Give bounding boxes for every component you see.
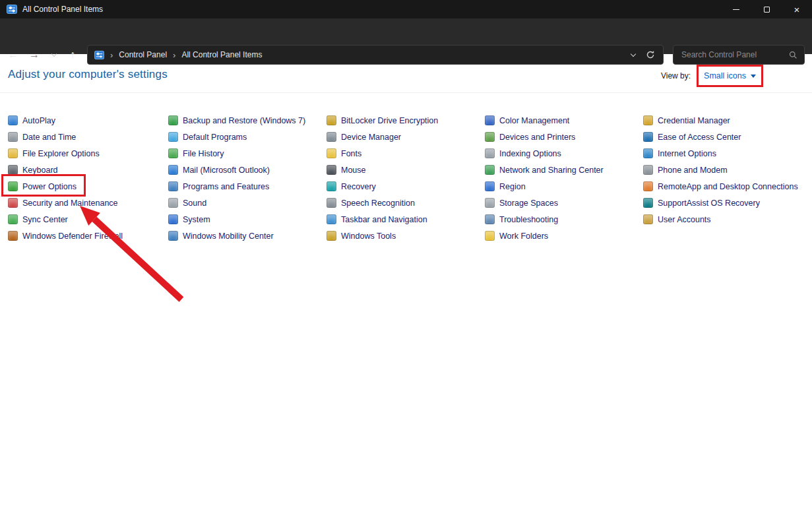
item-remoteapp-and-desktop-connections[interactable]: RemoteApp and Desktop Connections xyxy=(643,181,804,191)
item-mouse[interactable]: Mouse xyxy=(327,165,485,175)
up-icon: ↑ xyxy=(70,49,75,61)
item-storage-spaces[interactable]: Storage Spaces xyxy=(485,198,643,208)
item-fonts[interactable]: Fonts xyxy=(327,148,485,158)
supportassist-icon xyxy=(643,198,653,208)
item-date-and-time[interactable]: Date and Time xyxy=(8,132,168,142)
item-system[interactable]: System xyxy=(168,214,327,224)
minimize-button[interactable] xyxy=(721,0,751,18)
item-mail-microsoft-outlook[interactable]: Mail (Microsoft Outlook) xyxy=(168,165,327,175)
item-programs-and-features[interactable]: Programs and Features xyxy=(168,181,327,191)
internet-options-icon xyxy=(643,148,653,158)
item-label: Devices and Printers xyxy=(499,133,575,142)
region-icon xyxy=(485,181,495,191)
item-autoplay[interactable]: AutoPlay xyxy=(8,115,168,125)
default-programs-icon xyxy=(168,132,178,142)
item-speech-recognition[interactable]: Speech Recognition xyxy=(327,198,485,208)
item-label: Ease of Access Center xyxy=(658,133,741,142)
windows-tools-icon xyxy=(327,231,336,241)
item-keyboard[interactable]: Keyboard xyxy=(8,165,168,175)
date-time-icon xyxy=(8,132,18,142)
firewall-icon xyxy=(8,231,18,241)
page-title: Adjust your computer's settings xyxy=(8,68,168,81)
item-backup-and-restore-windows-7[interactable]: Backup and Restore (Windows 7) xyxy=(168,115,327,125)
item-troubleshooting[interactable]: Troubleshooting xyxy=(485,214,643,224)
item-security-and-maintenance[interactable]: Security and Maintenance xyxy=(8,198,168,208)
item-label: Sound xyxy=(183,199,206,208)
mouse-icon xyxy=(327,165,336,175)
breadcrumb-control-panel[interactable]: Control Panel xyxy=(119,50,167,59)
item-label: Backup and Restore (Windows 7) xyxy=(183,116,305,125)
work-folders-icon xyxy=(485,231,495,241)
forward-icon: → xyxy=(29,49,40,61)
view-by-control: View by: Small icons xyxy=(661,63,763,88)
item-sync-center[interactable]: Sync Center xyxy=(8,214,168,224)
refresh-button[interactable] xyxy=(646,50,655,59)
item-user-accounts[interactable]: User Accounts xyxy=(643,214,804,224)
address-dropdown-icon[interactable] xyxy=(631,51,636,56)
back-button[interactable]: ← xyxy=(4,46,22,64)
item-region[interactable]: Region xyxy=(485,181,643,191)
item-sound[interactable]: Sound xyxy=(168,198,327,208)
maximize-button[interactable] xyxy=(751,0,782,18)
item-windows-tools[interactable]: Windows Tools xyxy=(327,231,485,241)
item-work-folders[interactable]: Work Folders xyxy=(485,231,643,241)
view-by-dropdown[interactable]: Small icons xyxy=(704,71,746,80)
window-controls: × xyxy=(721,0,812,18)
item-label: Mail (Microsoft Outlook) xyxy=(183,166,270,175)
address-bar[interactable]: › Control Panel › All Control Panel Item… xyxy=(87,45,664,65)
item-indexing-options[interactable]: Indexing Options xyxy=(485,148,643,158)
recovery-icon xyxy=(327,181,336,191)
item-device-manager[interactable]: Device Manager xyxy=(327,132,485,142)
forward-button[interactable]: → xyxy=(25,46,44,64)
item-taskbar-and-navigation[interactable]: Taskbar and Navigation xyxy=(327,214,485,224)
item-label: Recovery xyxy=(341,182,376,191)
item-recovery[interactable]: Recovery xyxy=(327,181,485,191)
recent-pages-button[interactable] xyxy=(45,46,63,64)
item-default-programs[interactable]: Default Programs xyxy=(168,132,327,142)
item-label: System xyxy=(183,215,210,224)
titlebar: All Control Panel Items × xyxy=(0,0,812,18)
item-file-explorer-options[interactable]: File Explorer Options xyxy=(8,148,168,158)
troubleshooting-icon xyxy=(485,214,495,224)
items-grid: AutoPlay Backup and Restore (Windows 7) … xyxy=(8,112,804,244)
devices-printers-icon xyxy=(485,132,495,142)
keyboard-icon xyxy=(8,165,18,175)
item-phone-and-modem[interactable]: Phone and Modem xyxy=(643,165,804,175)
item-label: RemoteApp and Desktop Connections xyxy=(658,182,798,191)
item-devices-and-printers[interactable]: Devices and Printers xyxy=(485,132,643,142)
sound-icon xyxy=(168,198,178,208)
item-network-and-sharing-center[interactable]: Network and Sharing Center xyxy=(485,165,643,175)
breadcrumb-separator: › xyxy=(110,50,113,60)
item-label: Internet Options xyxy=(658,149,716,158)
item-label: Troubleshooting xyxy=(499,215,558,224)
item-label: Color Management xyxy=(499,116,569,125)
item-label: Windows Defender Firewall xyxy=(22,232,123,241)
item-file-history[interactable]: File History xyxy=(168,148,327,158)
breadcrumb-all-control-panel-items[interactable]: All Control Panel Items xyxy=(181,50,262,59)
item-power-options[interactable]: Power Options xyxy=(8,181,168,191)
close-button[interactable]: × xyxy=(782,0,812,18)
item-label: Windows Mobility Center xyxy=(183,232,274,241)
item-windows-mobility-center[interactable]: Windows Mobility Center xyxy=(168,231,327,241)
item-ease-of-access-center[interactable]: Ease of Access Center xyxy=(643,132,804,142)
up-button[interactable]: ↑ xyxy=(63,46,82,64)
item-label: File Explorer Options xyxy=(22,149,100,158)
item-label: Network and Sharing Center xyxy=(499,166,604,175)
programs-features-icon xyxy=(168,181,178,191)
item-supportassist-os-recovery[interactable]: SupportAssist OS Recovery xyxy=(643,198,804,208)
view-by-label: View by: xyxy=(661,71,691,80)
item-label: Taskbar and Navigation xyxy=(341,215,427,224)
item-credential-manager[interactable]: Credential Manager xyxy=(643,115,804,125)
item-label: File History xyxy=(183,149,224,158)
item-windows-defender-firewall[interactable]: Windows Defender Firewall xyxy=(8,231,168,241)
item-color-management[interactable]: Color Management xyxy=(485,115,643,125)
search-input[interactable] xyxy=(673,50,789,59)
item-label: Security and Maintenance xyxy=(22,199,118,208)
item-bitlocker-drive-encryption[interactable]: BitLocker Drive Encryption xyxy=(327,115,485,125)
power-options-icon xyxy=(8,181,18,191)
item-label: Phone and Modem xyxy=(658,166,728,175)
item-label: Credential Manager xyxy=(658,116,730,125)
search-icon[interactable] xyxy=(789,51,797,59)
item-internet-options[interactable]: Internet Options xyxy=(643,148,804,158)
remoteapp-icon xyxy=(643,181,653,191)
